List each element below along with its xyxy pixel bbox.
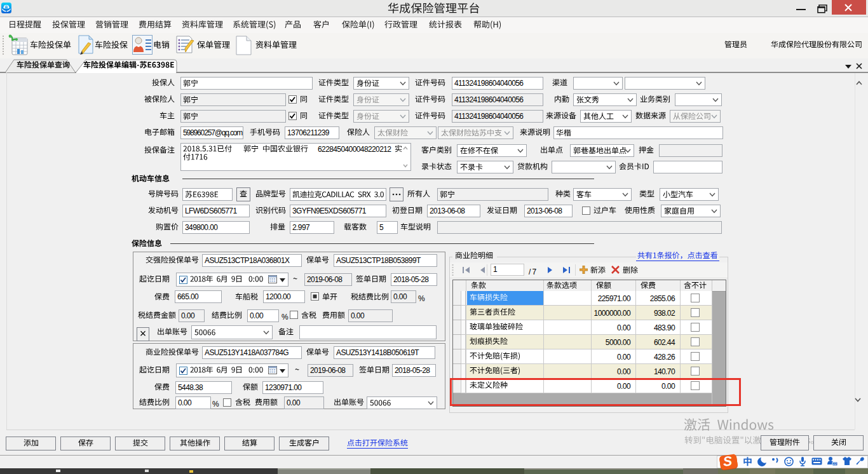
svg-text:22: 22	[833, 462, 837, 466]
